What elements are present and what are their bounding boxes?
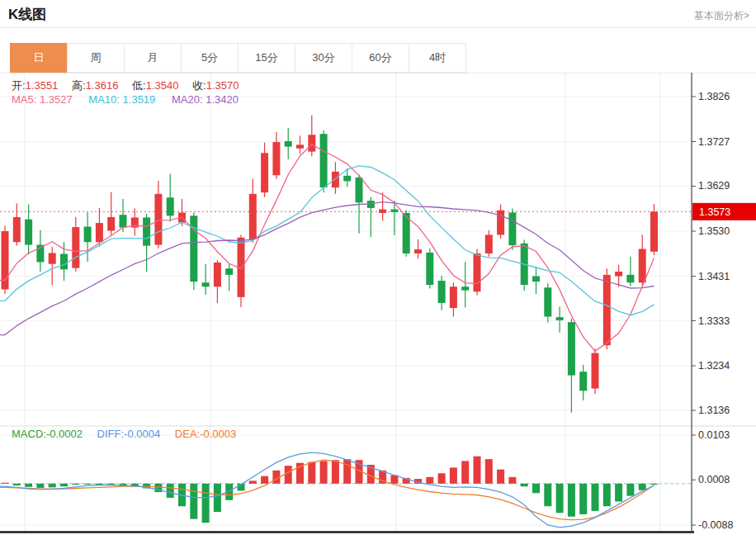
macd-hist-bar <box>60 484 68 486</box>
y-tick-label: -0.0088 <box>698 519 733 531</box>
tab-day[interactable]: 日 <box>10 43 68 73</box>
tab-5min[interactable]: 5分 <box>181 43 239 73</box>
y-tick-label: 1.3136 <box>698 405 730 416</box>
candle-body <box>190 215 197 282</box>
candle-body <box>426 253 433 285</box>
macd-hist-bar <box>49 484 56 488</box>
macd-hist-bar <box>167 484 174 498</box>
macd-hist-bar <box>639 484 646 490</box>
timeframe-tabbar: 日 周 月 5分 15分 30分 60分 4时 <box>0 43 756 73</box>
candle-body <box>13 217 21 242</box>
candle-body <box>603 275 611 345</box>
candle-wick <box>394 201 395 235</box>
ma10-label: MA10: <box>88 93 120 106</box>
candle-body <box>202 282 210 286</box>
macd-hist-bar <box>261 476 268 484</box>
header-divider <box>0 27 756 28</box>
current-price-badge-label: 1.3573 <box>699 206 730 218</box>
macd-hist-bar <box>615 484 622 502</box>
macd-hist-bar <box>474 457 481 484</box>
chart-area[interactable]: 开:1.3551 高:1.3616 低:1.3540 收:1.3570 MA5:… <box>0 73 756 535</box>
macd-hist-bar <box>343 459 351 484</box>
open-value: 1.3551 <box>26 79 59 92</box>
candle-body <box>544 287 551 316</box>
candle-body <box>167 197 174 215</box>
ma-readout: MA5: 1.3527 MA10: 1.3519 MA20: 1.3420 <box>12 93 239 106</box>
y-tick-label: 1.3727 <box>698 136 730 148</box>
candle-body <box>96 223 103 242</box>
candle-wick <box>465 262 465 308</box>
ma20-label: MA20: <box>172 93 203 106</box>
candle-body <box>60 254 68 270</box>
macd-hist-bar <box>2 483 9 484</box>
candle-body <box>461 286 469 290</box>
close-value: 1.3570 <box>206 79 239 92</box>
macd-hist-bar <box>485 459 493 484</box>
macd-hist-bar <box>626 484 634 496</box>
macd-hist-bar <box>544 484 551 506</box>
macd-hist-bar <box>521 484 528 486</box>
ma20-value: 1.3420 <box>206 93 239 106</box>
macd-hist-bar <box>332 460 339 484</box>
candle-wick <box>206 264 206 295</box>
macd-hist-bar <box>36 484 44 488</box>
candle-body <box>320 134 328 187</box>
macd-hist-bar <box>650 484 658 485</box>
candle-body <box>84 227 92 243</box>
diff-label: DIFF: <box>97 428 125 440</box>
candle-body <box>450 286 457 308</box>
y-tick-label: 1.3431 <box>698 271 730 282</box>
candle-body <box>332 172 339 187</box>
y-tick-label: 1.3530 <box>698 225 730 237</box>
macd-hist-bar <box>285 466 292 484</box>
macd-hist-bar <box>426 477 433 484</box>
ma5-value: 1.3527 <box>40 93 73 106</box>
dea-label: DEA: <box>175 428 200 440</box>
macd-hist-bar <box>532 484 540 493</box>
tab-month[interactable]: 月 <box>124 43 182 73</box>
candle-wick <box>382 192 383 220</box>
tab-4hour[interactable]: 4时 <box>409 43 466 73</box>
kline-widget: K线图 基本面分析> 日 周 月 5分 15分 30分 60分 4时 开:1.3… <box>0 0 756 535</box>
y-tick-label: 1.3826 <box>698 91 730 102</box>
candle-body <box>532 277 540 282</box>
kline-canvas[interactable]: 1.38261.37271.36291.35301.34311.33331.32… <box>0 73 756 535</box>
candle-body <box>626 275 634 282</box>
high-label: 高: <box>72 79 86 92</box>
page-title: K线图 <box>8 5 46 24</box>
diff-value: -0.0004 <box>124 428 160 440</box>
ma20-line <box>0 202 654 335</box>
candle-body <box>568 322 575 375</box>
macd-hist-bar <box>592 484 599 511</box>
macd-label: MACD: <box>12 428 46 440</box>
y-tick-label: 1.3629 <box>698 180 730 192</box>
close-label: 收: <box>192 79 206 92</box>
tab-60min[interactable]: 60分 <box>352 43 409 73</box>
candle-body <box>25 220 32 245</box>
fundamental-analysis-link[interactable]: 基本面分析> <box>694 9 749 23</box>
candle-body <box>592 353 599 389</box>
macd-hist-bar <box>568 484 575 517</box>
macd-hist-bar <box>214 484 221 512</box>
ma5-label: MA5: <box>12 93 36 106</box>
y-tick-label: 1.3333 <box>698 315 730 327</box>
y-tick-label: 1.3234 <box>698 360 730 372</box>
macd-hist-bar <box>13 484 21 485</box>
candle-body <box>143 217 150 245</box>
macd-hist-bar <box>579 484 587 514</box>
macd-hist-bar <box>497 470 504 484</box>
tab-week[interactable]: 周 <box>67 43 125 73</box>
candle-body <box>308 135 315 151</box>
tab-15min[interactable]: 15分 <box>238 43 295 73</box>
tab-30min[interactable]: 30分 <box>295 43 352 73</box>
candle-body <box>272 142 280 175</box>
low-value: 1.3540 <box>146 79 179 92</box>
macd-hist-bar <box>438 473 446 484</box>
candle-body <box>497 211 504 235</box>
candle-body <box>225 268 233 275</box>
candle-body <box>214 263 221 286</box>
candle-body <box>414 249 422 253</box>
candle-body <box>556 317 564 320</box>
candle-body <box>379 210 386 213</box>
macd-hist-bar <box>556 484 564 513</box>
